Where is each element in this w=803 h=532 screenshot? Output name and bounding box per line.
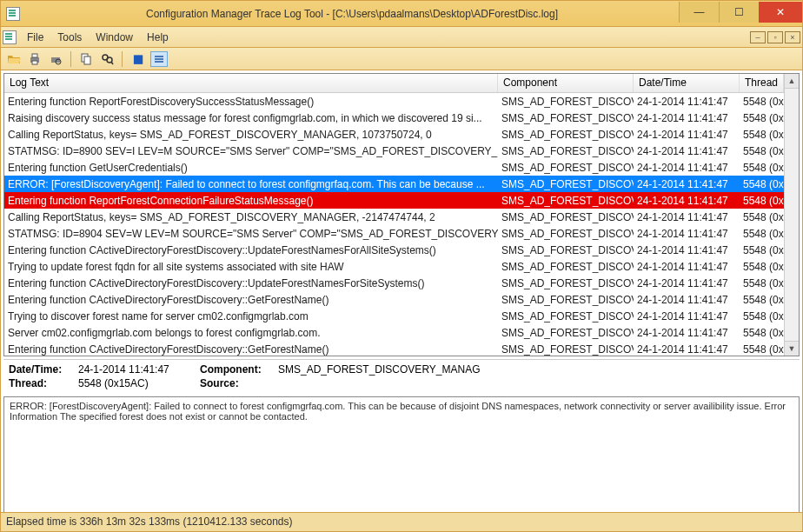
cell-datetime: 24-1-2014 11:41:47 <box>634 211 740 223</box>
menubar: File Tools Window Help – ▫ × <box>1 27 802 48</box>
cell-component: SMS_AD_FOREST_DISCOVEI <box>498 277 634 289</box>
table-row[interactable]: Entering function ReportForestConnection… <box>4 192 784 209</box>
table-row[interactable]: STATMSG: ID=8904 SEV=W LEV=M SOURCE="SMS… <box>4 225 784 242</box>
svg-rect-10 <box>155 56 163 57</box>
cell-text: STATMSG: ID=8900 SEV=I LEV=M SOURCE="SMS… <box>4 145 498 157</box>
mdi-restore-button[interactable]: ▫ <box>767 31 783 43</box>
table-row[interactable]: Raising discovery success status message… <box>4 110 784 126</box>
mdi-close-button[interactable]: × <box>785 31 800 43</box>
detail-source-label: Source: <box>200 377 278 389</box>
maximize-button[interactable]: ☐ <box>719 2 759 23</box>
print-preview-icon[interactable] <box>48 51 63 67</box>
col-component[interactable]: Component <box>498 74 634 92</box>
grid-header[interactable]: Log Text Component Date/Time Thread <box>4 74 784 93</box>
cell-thread: 5548 (0x15AC) <box>740 310 784 323</box>
scroll-up-icon[interactable]: ▲ <box>785 74 799 89</box>
mdi-minimize-button[interactable]: – <box>750 31 766 43</box>
cell-thread: 5548 (0x15AC) <box>740 129 784 141</box>
cell-thread: 5548 (0x15AC) <box>740 277 784 289</box>
print-icon[interactable] <box>27 51 43 67</box>
svg-rect-1 <box>32 54 37 57</box>
detail-component-value: SMS_AD_FOREST_DISCOVERY_MANAG <box>278 363 794 376</box>
cell-thread: 5548 (0x15AC) <box>740 228 784 240</box>
cell-text: STATMSG: ID=8904 SEV=W LEV=M SOURCE="SMS… <box>4 228 498 240</box>
detail-body[interactable]: ERROR: [ForestDiscoveryAgent]: Failed to… <box>3 396 800 516</box>
app-icon <box>6 7 20 21</box>
table-row[interactable]: Entering function CActiveDirectoryForest… <box>4 341 784 356</box>
col-datetime[interactable]: Date/Time <box>634 74 740 92</box>
cell-text: Server cm02.configmgrlab.com belongs to … <box>4 327 498 339</box>
cell-thread: 5548 (0x15AC) <box>740 112 784 124</box>
cell-text: Trying to update forest fqdn for all sit… <box>4 261 498 273</box>
close-button[interactable]: ✕ <box>759 2 802 23</box>
cell-component: SMS_AD_FOREST_DISCOVEI <box>498 162 634 174</box>
cell-text: Trying to discover forest name for serve… <box>4 310 498 323</box>
menu-window[interactable]: Window <box>89 31 140 43</box>
cell-datetime: 24-1-2014 11:41:47 <box>634 244 740 256</box>
menu-tools[interactable]: Tools <box>50 31 89 43</box>
cell-component: SMS_AD_FOREST_DISCOVEI <box>498 343 634 356</box>
menu-file[interactable]: File <box>20 31 50 43</box>
cell-component: SMS_AD_FOREST_DISCOVEI <box>498 96 634 108</box>
cell-component: SMS_AD_FOREST_DISCOVEI <box>498 129 634 141</box>
highlight-icon[interactable] <box>150 51 168 67</box>
cell-datetime: 24-1-2014 11:41:47 <box>634 277 740 289</box>
copy-icon[interactable] <box>78 51 94 67</box>
cell-component: SMS_AD_FOREST_DISCOVEI <box>498 178 634 190</box>
svg-rect-12 <box>155 61 163 63</box>
toolbar: ▮▮ <box>1 48 802 70</box>
table-row[interactable]: Trying to discover forest name for serve… <box>4 308 784 324</box>
table-row[interactable]: Entering function GetUserCredentials()SM… <box>4 159 784 176</box>
table-row[interactable]: Entering function CActiveDirectoryForest… <box>4 291 784 308</box>
cell-component: SMS_AD_FOREST_DISCOVEI <box>498 228 634 240</box>
col-log-text[interactable]: Log Text <box>4 74 498 92</box>
svg-rect-6 <box>84 57 90 64</box>
menu-help[interactable]: Help <box>140 31 176 43</box>
cell-component: SMS_AD_FOREST_DISCOVEI <box>498 310 634 323</box>
cell-thread: 5548 (0x15AC) <box>740 162 784 174</box>
cell-thread: 5548 (0x15AC) <box>740 327 784 339</box>
table-row[interactable]: Server cm02.configmgrlab.com belongs to … <box>4 324 784 341</box>
cell-thread: 5548 (0x15AC) <box>740 195 784 207</box>
table-row[interactable]: Entering function ReportForestDiscoveryS… <box>4 93 784 110</box>
cell-datetime: 24-1-2014 11:41:47 <box>634 327 740 339</box>
detail-thread-value: 5548 (0x15AC) <box>78 377 200 389</box>
cell-datetime: 24-1-2014 11:41:47 <box>634 112 740 124</box>
table-row[interactable]: Entering function CActiveDirectoryForest… <box>4 275 784 291</box>
cell-component: SMS_AD_FOREST_DISCOVEI <box>498 244 634 256</box>
find-icon[interactable] <box>99 51 115 67</box>
titlebar[interactable]: Configuration Manager Trace Log Tool - [… <box>1 1 802 27</box>
vertical-scrollbar[interactable]: ▲ ▼ <box>784 74 799 356</box>
cell-text: Entering function CActiveDirectoryForest… <box>4 343 498 356</box>
table-row[interactable]: Calling ReportStatus, keys= SMS_AD_FORES… <box>4 126 784 143</box>
detail-source-value <box>278 377 794 389</box>
cell-thread: 5548 (0x15AC) <box>740 211 784 223</box>
table-row[interactable]: Entering function CActiveDirectoryForest… <box>4 242 784 258</box>
svg-rect-11 <box>155 58 163 60</box>
cell-datetime: 24-1-2014 11:41:47 <box>634 178 740 190</box>
minimize-button[interactable]: — <box>679 2 719 23</box>
table-row[interactable]: Calling ReportStatus, keys= SMS_AD_FORES… <box>4 209 784 225</box>
cell-component: SMS_AD_FOREST_DISCOVEI <box>498 261 634 273</box>
cell-thread: 5548 (0x15AC) <box>740 261 784 273</box>
cell-text: Entering function ReportForestConnection… <box>4 195 498 207</box>
cell-thread: 5548 (0x15AC) <box>740 145 784 157</box>
table-row[interactable]: Trying to update forest fqdn for all sit… <box>4 258 784 275</box>
col-thread[interactable]: Thread <box>740 74 784 92</box>
table-row[interactable]: STATMSG: ID=8900 SEV=I LEV=M SOURCE="SMS… <box>4 143 784 159</box>
cell-text: Entering function CActiveDirectoryForest… <box>4 244 498 256</box>
open-icon[interactable] <box>6 51 22 67</box>
svg-line-9 <box>111 62 113 64</box>
cell-component: SMS_AD_FOREST_DISCOVEI <box>498 294 634 306</box>
cell-datetime: 24-1-2014 11:41:47 <box>634 228 740 240</box>
cell-component: SMS_AD_FOREST_DISCOVEI <box>498 195 634 207</box>
cell-thread: 5548 (0x15AC) <box>740 178 784 190</box>
window-title: Configuration Manager Trace Log Tool - [… <box>25 8 679 20</box>
scroll-down-icon[interactable]: ▼ <box>785 341 799 356</box>
table-row[interactable]: ERROR: [ForestDiscoveryAgent]: Failed to… <box>4 176 784 192</box>
cell-thread: 5548 (0x15AC) <box>740 343 784 356</box>
pause-icon[interactable]: ▮▮ <box>129 51 145 67</box>
cell-component: SMS_AD_FOREST_DISCOVEI <box>498 211 634 223</box>
detail-header: Date/Time: 24-1-2014 11:41:47 Component:… <box>3 359 800 395</box>
cell-text: Entering function GetUserCredentials() <box>4 162 498 174</box>
